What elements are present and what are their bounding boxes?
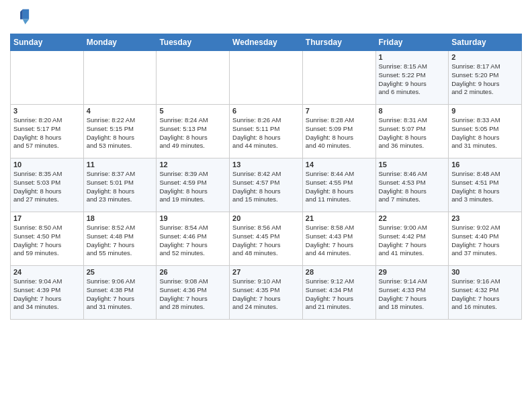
day-info: Sunrise: 8:52 AM Sunset: 4:48 PM Dayligh… bbox=[87, 224, 154, 258]
calendar-cell: 3Sunrise: 8:20 AM Sunset: 5:17 PM Daylig… bbox=[11, 105, 84, 158]
calendar-cell: 6Sunrise: 8:26 AM Sunset: 5:11 PM Daylig… bbox=[230, 105, 303, 158]
calendar-cell bbox=[157, 51, 230, 105]
calendar-cell: 9Sunrise: 8:33 AM Sunset: 5:05 PM Daylig… bbox=[449, 105, 522, 158]
day-number: 5 bbox=[159, 107, 226, 115]
day-info: Sunrise: 9:14 AM Sunset: 4:33 PM Dayligh… bbox=[379, 277, 446, 312]
week-row-3: 10Sunrise: 8:35 AM Sunset: 5:03 PM Dayli… bbox=[11, 158, 522, 212]
day-info: Sunrise: 8:33 AM Sunset: 5:05 PM Dayligh… bbox=[451, 116, 519, 150]
calendar-cell bbox=[230, 51, 303, 105]
day-info: Sunrise: 9:16 AM Sunset: 4:32 PM Dayligh… bbox=[451, 277, 519, 312]
header bbox=[10, 7, 522, 28]
day-number: 14 bbox=[306, 161, 373, 169]
day-info: Sunrise: 8:46 AM Sunset: 4:53 PM Dayligh… bbox=[379, 170, 446, 204]
calendar-cell: 17Sunrise: 8:50 AM Sunset: 4:50 PM Dayli… bbox=[11, 212, 84, 266]
day-header-wednesday: Wednesday bbox=[230, 34, 303, 51]
day-number: 26 bbox=[159, 268, 226, 276]
day-number: 28 bbox=[306, 268, 373, 276]
day-header-thursday: Thursday bbox=[302, 34, 375, 51]
calendar-cell: 28Sunrise: 9:12 AM Sunset: 4:34 PM Dayli… bbox=[302, 266, 375, 320]
day-number: 16 bbox=[451, 161, 519, 169]
day-number: 13 bbox=[232, 161, 300, 169]
day-header-saturday: Saturday bbox=[449, 34, 522, 51]
day-number: 22 bbox=[379, 214, 446, 222]
day-number: 19 bbox=[159, 214, 226, 222]
day-info: Sunrise: 8:17 AM Sunset: 5:20 PM Dayligh… bbox=[451, 62, 519, 97]
day-info: Sunrise: 8:28 AM Sunset: 5:09 PM Dayligh… bbox=[306, 116, 373, 150]
day-number: 25 bbox=[87, 268, 154, 276]
day-info: Sunrise: 8:48 AM Sunset: 4:51 PM Dayligh… bbox=[451, 170, 519, 204]
calendar-cell: 29Sunrise: 9:14 AM Sunset: 4:33 PM Dayli… bbox=[375, 266, 449, 320]
calendar-cell: 26Sunrise: 9:08 AM Sunset: 4:36 PM Dayli… bbox=[157, 266, 230, 320]
day-number: 9 bbox=[451, 107, 519, 115]
day-number: 6 bbox=[232, 107, 300, 115]
calendar-cell: 25Sunrise: 9:06 AM Sunset: 4:38 PM Dayli… bbox=[83, 266, 157, 320]
day-info: Sunrise: 8:54 AM Sunset: 4:46 PM Dayligh… bbox=[159, 224, 226, 258]
day-info: Sunrise: 9:00 AM Sunset: 4:42 PM Dayligh… bbox=[379, 224, 446, 258]
day-number: 27 bbox=[232, 268, 300, 276]
week-row-5: 24Sunrise: 9:04 AM Sunset: 4:39 PM Dayli… bbox=[11, 266, 522, 320]
calendar-cell: 20Sunrise: 8:56 AM Sunset: 4:45 PM Dayli… bbox=[230, 212, 303, 266]
calendar-cell: 7Sunrise: 8:28 AM Sunset: 5:09 PM Daylig… bbox=[302, 105, 375, 158]
calendar-cell: 1Sunrise: 8:15 AM Sunset: 5:22 PM Daylig… bbox=[375, 51, 449, 105]
calendar-cell: 11Sunrise: 8:37 AM Sunset: 5:01 PM Dayli… bbox=[83, 158, 157, 212]
day-number: 3 bbox=[13, 107, 81, 115]
calendar-cell: 16Sunrise: 8:48 AM Sunset: 4:51 PM Dayli… bbox=[449, 158, 522, 212]
day-info: Sunrise: 9:04 AM Sunset: 4:39 PM Dayligh… bbox=[13, 277, 81, 312]
calendar-cell: 24Sunrise: 9:04 AM Sunset: 4:39 PM Dayli… bbox=[11, 266, 84, 320]
day-number: 23 bbox=[451, 214, 519, 222]
day-header-friday: Friday bbox=[375, 34, 449, 51]
day-info: Sunrise: 8:26 AM Sunset: 5:11 PM Dayligh… bbox=[232, 116, 300, 150]
svg-marker-1 bbox=[23, 19, 29, 24]
day-number: 15 bbox=[379, 161, 446, 169]
day-number: 12 bbox=[159, 161, 226, 169]
day-info: Sunrise: 8:15 AM Sunset: 5:22 PM Dayligh… bbox=[379, 62, 446, 97]
day-number: 17 bbox=[13, 214, 81, 222]
day-number: 21 bbox=[306, 214, 373, 222]
day-info: Sunrise: 8:24 AM Sunset: 5:13 PM Dayligh… bbox=[159, 116, 226, 150]
calendar-cell: 8Sunrise: 8:31 AM Sunset: 5:07 PM Daylig… bbox=[375, 105, 449, 158]
calendar-cell: 30Sunrise: 9:16 AM Sunset: 4:32 PM Dayli… bbox=[449, 266, 522, 320]
logo-icon bbox=[11, 7, 30, 26]
calendar-cell: 2Sunrise: 8:17 AM Sunset: 5:20 PM Daylig… bbox=[449, 51, 522, 105]
logo bbox=[10, 7, 30, 28]
day-number: 30 bbox=[451, 268, 519, 276]
day-info: Sunrise: 8:35 AM Sunset: 5:03 PM Dayligh… bbox=[13, 170, 81, 204]
calendar-cell: 13Sunrise: 8:42 AM Sunset: 4:57 PM Dayli… bbox=[230, 158, 303, 212]
day-header-sunday: Sunday bbox=[11, 34, 84, 51]
calendar-cell: 23Sunrise: 9:02 AM Sunset: 4:40 PM Dayli… bbox=[449, 212, 522, 266]
day-number: 7 bbox=[306, 107, 373, 115]
day-info: Sunrise: 8:37 AM Sunset: 5:01 PM Dayligh… bbox=[87, 170, 154, 204]
day-number: 8 bbox=[379, 107, 446, 115]
day-info: Sunrise: 8:39 AM Sunset: 4:59 PM Dayligh… bbox=[159, 170, 226, 204]
day-number: 24 bbox=[13, 268, 81, 276]
calendar-cell bbox=[11, 51, 84, 105]
calendar-cell bbox=[83, 51, 157, 105]
day-number: 4 bbox=[87, 107, 154, 115]
day-info: Sunrise: 9:12 AM Sunset: 4:34 PM Dayligh… bbox=[306, 277, 373, 312]
day-info: Sunrise: 8:44 AM Sunset: 4:55 PM Dayligh… bbox=[306, 170, 373, 204]
calendar-cell: 18Sunrise: 8:52 AM Sunset: 4:48 PM Dayli… bbox=[83, 212, 157, 266]
calendar-cell: 12Sunrise: 8:39 AM Sunset: 4:59 PM Dayli… bbox=[157, 158, 230, 212]
day-number: 1 bbox=[379, 53, 446, 61]
calendar-cell: 27Sunrise: 9:10 AM Sunset: 4:35 PM Dayli… bbox=[230, 266, 303, 320]
calendar-cell: 19Sunrise: 8:54 AM Sunset: 4:46 PM Dayli… bbox=[157, 212, 230, 266]
page-container: SundayMondayTuesdayWednesdayThursdayFrid… bbox=[0, 0, 532, 323]
day-header-tuesday: Tuesday bbox=[157, 34, 230, 51]
day-number: 2 bbox=[451, 53, 519, 61]
day-info: Sunrise: 8:31 AM Sunset: 5:07 PM Dayligh… bbox=[379, 116, 446, 150]
day-header-monday: Monday bbox=[83, 34, 157, 51]
calendar-cell: 15Sunrise: 8:46 AM Sunset: 4:53 PM Dayli… bbox=[375, 158, 449, 212]
day-info: Sunrise: 9:08 AM Sunset: 4:36 PM Dayligh… bbox=[159, 277, 226, 312]
day-info: Sunrise: 8:22 AM Sunset: 5:15 PM Dayligh… bbox=[87, 116, 154, 150]
day-number: 11 bbox=[87, 161, 154, 169]
calendar-table: SundayMondayTuesdayWednesdayThursdayFrid… bbox=[10, 34, 522, 320]
week-row-4: 17Sunrise: 8:50 AM Sunset: 4:50 PM Dayli… bbox=[11, 212, 522, 266]
day-number: 20 bbox=[232, 214, 300, 222]
day-number: 29 bbox=[379, 268, 446, 276]
calendar-cell bbox=[302, 51, 375, 105]
calendar-cell: 4Sunrise: 8:22 AM Sunset: 5:15 PM Daylig… bbox=[83, 105, 157, 158]
calendar-cell: 14Sunrise: 8:44 AM Sunset: 4:55 PM Dayli… bbox=[302, 158, 375, 212]
day-info: Sunrise: 8:20 AM Sunset: 5:17 PM Dayligh… bbox=[13, 116, 81, 150]
calendar-cell: 10Sunrise: 8:35 AM Sunset: 5:03 PM Dayli… bbox=[11, 158, 84, 212]
day-number: 10 bbox=[13, 161, 81, 169]
